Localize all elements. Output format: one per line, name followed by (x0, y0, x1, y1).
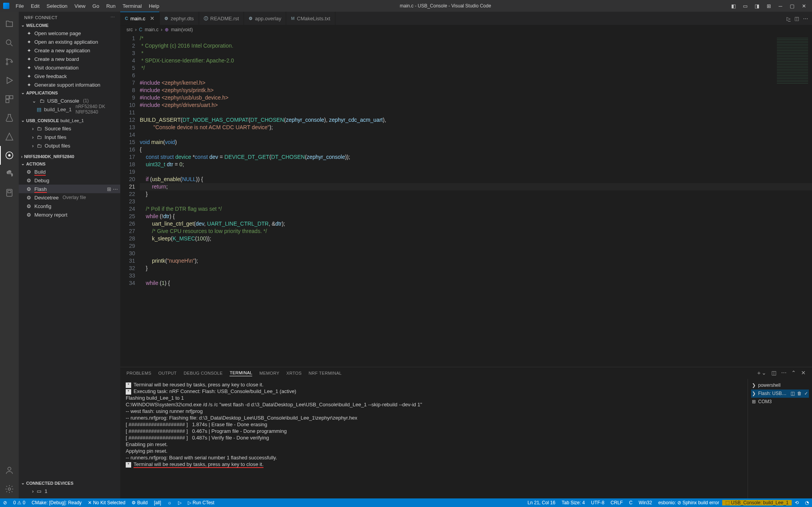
action-kconfig[interactable]: ⚙Kconfig (19, 202, 120, 210)
status-item[interactable]: [all] (151, 498, 164, 507)
status-item[interactable]: ✕ No Kit Selected (85, 498, 128, 507)
menu-selection[interactable]: Selection (43, 2, 70, 11)
menu-view[interactable]: View (71, 2, 89, 11)
action-extras-icon[interactable]: ⊞ ⋯ (107, 186, 118, 192)
welcome-item[interactable]: ✦Create a new board (19, 55, 120, 63)
accounts-icon[interactable] (0, 461, 19, 480)
terminal-session[interactable]: ⊞COM3 (751, 398, 809, 406)
nrf-board-section[interactable]: ›NRF52840DK_NRF52840 (19, 153, 120, 160)
status-item[interactable]: ◔ (802, 500, 812, 505)
welcome-item[interactable]: ✦Open an existing application (19, 37, 120, 46)
status-item[interactable]: C (626, 500, 636, 505)
panel-tab-output[interactable]: OUTPUT (158, 371, 177, 375)
tab-README-rst[interactable]: ⓘREADME.rst (199, 12, 244, 25)
python-icon[interactable] (0, 165, 19, 183)
cmake-icon[interactable] (0, 127, 19, 146)
action-memory report[interactable]: ⚙Memory report (19, 210, 120, 219)
source-control-icon[interactable] (0, 52, 19, 71)
menu-edit[interactable]: Edit (28, 2, 43, 11)
more-icon[interactable]: ⋯ (803, 16, 808, 21)
panel-tab-xrtos[interactable]: XRTOS (287, 371, 302, 375)
split-terminal-icon[interactable]: ◫ (771, 370, 776, 377)
maximize-panel-icon[interactable]: ⌃ (791, 370, 796, 377)
close-icon[interactable]: ✕ (150, 15, 155, 21)
layout-icon[interactable]: ⊞ (764, 2, 774, 10)
menu-file[interactable]: File (12, 2, 27, 11)
status-item[interactable]: Win32 (636, 500, 655, 505)
status-item[interactable]: ⬚ USB_Console: build_Lee_1 (722, 500, 792, 505)
folder-item[interactable]: ›🗀Output files (19, 141, 120, 150)
tab-CMakeLists-txt[interactable]: MCMakeLists.txt (286, 12, 335, 25)
status-item[interactable]: Tab Size: 4 (559, 500, 588, 505)
build-config-item[interactable]: ▤ build_Lee_1 nRF52840 DK NRF52840 (19, 105, 120, 114)
minimize-button[interactable]: ─ (775, 2, 785, 10)
trash-icon[interactable]: 🗑 (797, 390, 802, 397)
maximize-button[interactable]: ▢ (787, 2, 797, 10)
breadcrumb[interactable]: src› C main.c› ⊕ main(void) (120, 25, 812, 34)
status-item[interactable]: ⚙ Build (128, 498, 151, 507)
folder-item[interactable]: ›🗀Input files (19, 133, 120, 141)
panel-more-icon[interactable]: ⋯ (781, 370, 787, 377)
tab-main-c[interactable]: Cmain.c✕ (120, 12, 160, 25)
tab-zephyr-dts[interactable]: ⚙zephyr.dts (160, 12, 199, 25)
settings-icon[interactable] (0, 480, 19, 498)
action-build[interactable]: ⚙Build (19, 167, 120, 176)
close-panel-icon[interactable]: ✕ (801, 370, 806, 377)
close-button[interactable]: ✕ (799, 2, 809, 10)
terminal-session[interactable]: ❯powershell (751, 381, 809, 390)
status-item[interactable]: ⊘ (0, 498, 10, 507)
panel-tab-terminal[interactable]: TERMINAL (230, 370, 252, 376)
code-content[interactable]: /* * Copyright (c) 2016 Intel Corporatio… (140, 34, 812, 367)
search-icon[interactable] (0, 34, 19, 52)
welcome-item[interactable]: ✦Create a new application (19, 46, 120, 55)
panel-left-icon[interactable]: ◧ (728, 2, 739, 10)
terminal-output[interactable]: *Terminal will be reused by tasks, press… (120, 379, 748, 498)
device-icon[interactable] (0, 183, 19, 202)
status-item[interactable]: ☼ (164, 498, 175, 507)
status-item[interactable]: UTF-8 (588, 500, 607, 505)
welcome-item[interactable]: ✦Generate support information (19, 80, 120, 89)
extensions-icon[interactable] (0, 90, 19, 109)
menu-terminal[interactable]: Terminal (119, 2, 145, 11)
welcome-item[interactable]: ✦Open welcome page (19, 29, 120, 37)
minimap[interactable] (777, 38, 808, 85)
connected-devices-section[interactable]: ⌄CONNECTED DEVICES (19, 479, 120, 487)
panel-bottom-icon[interactable]: ▭ (740, 2, 750, 10)
test-icon[interactable] (0, 109, 19, 127)
panel-tab-problems[interactable]: PROBLEMS (126, 371, 151, 375)
action-flash[interactable]: ⚙Flash⊞ ⋯ (19, 185, 120, 193)
welcome-item[interactable]: ✦Give feedback (19, 72, 120, 80)
editor-body[interactable]: 1234567891011121314151617181920212223242… (120, 34, 812, 367)
actions-section[interactable]: ⌄ACTIONS (19, 160, 120, 167)
terminal-session[interactable]: ❯Flash: USB_Conso...◫🗑✓ (751, 390, 809, 398)
status-item[interactable]: CRLF (607, 500, 626, 505)
status-item[interactable]: CMake: [Debug]: Ready (28, 498, 85, 507)
panel-tab-debug-console[interactable]: DEBUG CONSOLE (184, 371, 223, 375)
action-devicetree[interactable]: ⚙DevicetreeOverlay file (19, 193, 120, 202)
status-item[interactable]: 0 ⚠ 0 (10, 498, 28, 507)
action-debug[interactable]: ⚙Debug (19, 176, 120, 185)
split-icon[interactable]: ◫ (791, 390, 795, 397)
usb-console-section[interactable]: ⌄ USB_CONSOLE build_Lee_1 (19, 117, 120, 124)
nrf-connect-icon[interactable] (0, 146, 19, 165)
status-item[interactable]: ▷ (175, 498, 185, 507)
tab-app-overlay[interactable]: ⚙app.overlay (244, 12, 286, 25)
explorer-icon[interactable] (0, 15, 19, 34)
status-item[interactable]: ▷ Run CTest (185, 498, 217, 507)
panel-right-icon[interactable]: ◨ (752, 2, 762, 10)
panel-tab-memory[interactable]: MEMORY (259, 371, 279, 375)
menu-run[interactable]: Run (103, 2, 119, 11)
sidebar-more-icon[interactable]: ⋯ (110, 15, 115, 20)
split-icon[interactable]: ◫ (794, 16, 799, 21)
status-item[interactable]: ⟲ (792, 500, 802, 505)
menu-go[interactable]: Go (89, 2, 102, 11)
folder-item[interactable]: ›🗀Source files (19, 124, 120, 133)
connected-device-item[interactable]: › ▭ 1 (19, 487, 120, 495)
welcome-item[interactable]: ✦Visit documentation (19, 63, 120, 72)
panel-tab-nrf-terminal[interactable]: NRF TERMINAL (309, 371, 342, 375)
new-terminal-icon[interactable]: ＋⌄ (756, 370, 767, 377)
welcome-section[interactable]: ⌄WELCOME (19, 21, 120, 29)
status-item[interactable]: esbonio: ⊘ Sphinx build error (655, 500, 722, 505)
menu-help[interactable]: Help (146, 2, 162, 11)
run-debug-icon[interactable] (0, 71, 19, 90)
